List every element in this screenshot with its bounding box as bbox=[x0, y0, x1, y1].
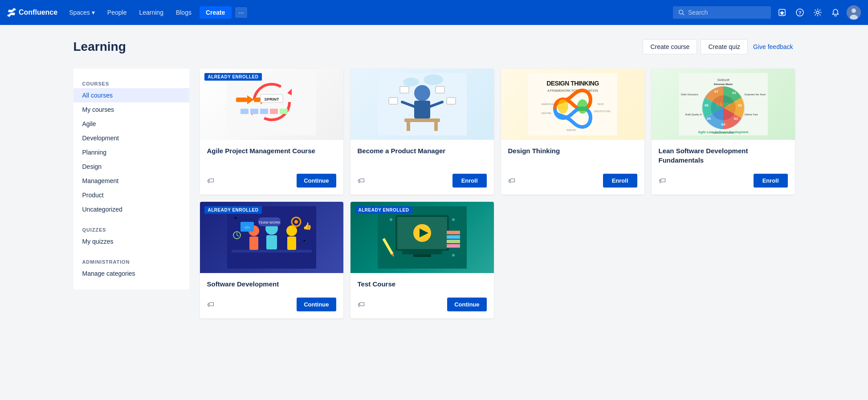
course-card-product: Become a Product Manager 🏷 Enroll bbox=[350, 69, 494, 195]
sidebar-item-planning[interactable]: Planning bbox=[73, 145, 189, 159]
design-illustration: DESIGN THINKING A FRAMEWORK FOR INNOVATI… bbox=[528, 73, 617, 135]
svg-text:06: 06 bbox=[705, 103, 709, 107]
sidebar-item-management[interactable]: Management bbox=[73, 174, 189, 188]
svg-text:SPRINT: SPRINT bbox=[264, 97, 279, 102]
svg-text:01: 01 bbox=[732, 91, 736, 95]
quizzes-section-label: QUIZZES bbox=[73, 224, 189, 234]
svg-rect-95 bbox=[413, 254, 431, 257]
svg-rect-69 bbox=[266, 235, 277, 249]
help-icon-btn[interactable]: ? bbox=[793, 6, 807, 19]
course-card-design: DESIGN THINKING A FRAMEWORK FOR INNOVATI… bbox=[501, 69, 644, 195]
course-card-softdev: ALREADY ENROLLED bbox=[200, 202, 343, 318]
page-actions: Create course Create quiz Give feedback bbox=[643, 39, 795, 54]
sidebar-item-agile[interactable]: Agile bbox=[73, 117, 189, 131]
create-button[interactable]: Create bbox=[200, 6, 232, 19]
continue-button-softdev[interactable]: Continue bbox=[297, 298, 336, 311]
svg-rect-20 bbox=[270, 109, 278, 114]
course-image-testcourse: ALREADY ENROLLED bbox=[350, 202, 494, 273]
continue-button-testcourse[interactable]: Continue bbox=[447, 298, 486, 311]
card-title-softdev: Software Development bbox=[207, 279, 336, 289]
card-body-product: Become a Product Manager 🏷 Enroll bbox=[350, 140, 494, 195]
card-body-design: Design Thinking 🏷 Enroll bbox=[501, 140, 644, 195]
confluence-logo[interactable]: Confluence bbox=[7, 8, 57, 17]
svg-rect-17 bbox=[240, 109, 249, 114]
enrolled-badge-agile: ALREADY ENROLLED bbox=[204, 73, 262, 81]
sidebar-item-product[interactable]: Product bbox=[73, 188, 189, 202]
sidebar-item-development[interactable]: Development bbox=[73, 131, 189, 145]
svg-point-75 bbox=[294, 220, 298, 224]
svg-rect-13 bbox=[254, 98, 261, 102]
svg-rect-18 bbox=[250, 109, 258, 114]
svg-text:✦: ✦ bbox=[303, 239, 306, 243]
sidebar-item-uncategorized[interactable]: Uncategorized bbox=[73, 202, 189, 216]
product-illustration bbox=[378, 73, 467, 135]
more-nav[interactable]: ··· bbox=[235, 7, 248, 18]
card-title-product: Become a Product Manager bbox=[358, 146, 487, 155]
sidebar-item-manage-categories[interactable]: Manage categories bbox=[73, 266, 189, 281]
main-layout: COURSES All courses My courses Agile Dev… bbox=[73, 69, 795, 318]
create-quiz-button[interactable]: Create quiz bbox=[701, 39, 748, 54]
svg-text:PROTOTYPE: PROTOTYPE bbox=[594, 110, 611, 113]
star-icon-btn[interactable] bbox=[775, 6, 789, 19]
create-course-button[interactable]: Create course bbox=[643, 39, 697, 54]
svg-point-100 bbox=[452, 254, 455, 257]
svg-text:03: 03 bbox=[734, 117, 738, 121]
course-grid: ALREADY ENROLLED bbox=[200, 69, 795, 318]
search-box[interactable] bbox=[673, 6, 771, 19]
card-footer-design: 🏷 Enroll bbox=[508, 170, 637, 188]
page-container: Learning Create course Create quiz Give … bbox=[56, 25, 813, 333]
settings-icon-btn[interactable] bbox=[811, 6, 824, 19]
svg-text:Build Quality In: Build Quality In bbox=[685, 113, 702, 116]
card-title-lean: Lean Software Development Fundamentals bbox=[659, 146, 788, 165]
notifications-icon-btn[interactable] bbox=[829, 6, 842, 19]
svg-rect-34 bbox=[407, 122, 410, 131]
tag-icon-product: 🏷 bbox=[358, 177, 365, 185]
sidebar-item-all-courses[interactable]: All courses bbox=[73, 88, 189, 102]
card-footer-agile: 🏷 Continue bbox=[207, 170, 336, 188]
course-image-softdev: ALREADY ENROLLED bbox=[200, 202, 343, 273]
spaces-nav[interactable]: Spaces ▾ bbox=[65, 6, 99, 19]
nav-right-section: ? bbox=[673, 5, 861, 20]
enroll-button-design[interactable]: Enroll bbox=[603, 174, 637, 188]
blogs-nav[interactable]: Blogs bbox=[171, 6, 196, 19]
continue-button-agile[interactable]: Continue bbox=[297, 174, 336, 188]
svg-rect-29 bbox=[436, 86, 444, 93]
card-footer-softdev: 🏷 Continue bbox=[207, 294, 336, 311]
svg-rect-93 bbox=[447, 244, 460, 248]
svg-text:</>: </> bbox=[244, 225, 250, 230]
svg-point-23 bbox=[414, 85, 430, 101]
sidebar-item-my-quizzes[interactable]: My quizzes bbox=[73, 234, 189, 249]
svg-point-5 bbox=[816, 11, 819, 14]
svg-text:👍: 👍 bbox=[303, 222, 312, 230]
enroll-button-product[interactable]: Enroll bbox=[452, 174, 487, 188]
search-input[interactable] bbox=[688, 9, 759, 16]
svg-text:Deliver Fast: Deliver Fast bbox=[745, 113, 758, 116]
people-nav[interactable]: People bbox=[103, 6, 131, 19]
search-icon bbox=[678, 9, 685, 16]
svg-rect-27 bbox=[389, 98, 398, 104]
course-image-design: DESIGN THINKING A FRAMEWORK FOR INNOVATI… bbox=[501, 69, 644, 140]
svg-line-1 bbox=[683, 14, 685, 16]
page-title: Learning bbox=[73, 40, 126, 54]
svg-text:EMPATHIZE: EMPATHIZE bbox=[542, 103, 556, 106]
tag-icon-design: 🏷 bbox=[508, 177, 515, 185]
svg-rect-28 bbox=[447, 98, 456, 104]
enroll-button-lean[interactable]: Enroll bbox=[754, 174, 788, 188]
svg-text:Defer Decisions: Defer Decisions bbox=[681, 93, 698, 96]
svg-rect-9 bbox=[227, 73, 316, 135]
learning-nav[interactable]: Learning bbox=[134, 6, 168, 19]
course-image-lean: Skillsoft LEAN bbox=[652, 69, 795, 140]
sidebar-item-design[interactable]: Design bbox=[73, 159, 189, 174]
card-body-lean: Lean Software Development Fundamentals 🏷… bbox=[652, 140, 795, 195]
sidebar: COURSES All courses My courses Agile Dev… bbox=[73, 69, 189, 290]
svg-text:Eliminate Waste: Eliminate Waste bbox=[714, 83, 733, 86]
svg-point-70 bbox=[286, 225, 297, 236]
give-feedback-button[interactable]: Give feedback bbox=[751, 40, 795, 54]
courses-section-label: COURSES bbox=[73, 78, 189, 88]
svg-text:?: ? bbox=[799, 10, 802, 16]
user-avatar[interactable] bbox=[847, 5, 861, 20]
tag-icon-lean: 🏷 bbox=[659, 177, 666, 185]
sidebar-item-my-courses[interactable]: My courses bbox=[73, 102, 189, 117]
svg-text:Skillsoft: Skillsoft bbox=[717, 78, 729, 82]
softdev-illustration: </> 👍 ✦ ✦ bbox=[227, 206, 316, 269]
